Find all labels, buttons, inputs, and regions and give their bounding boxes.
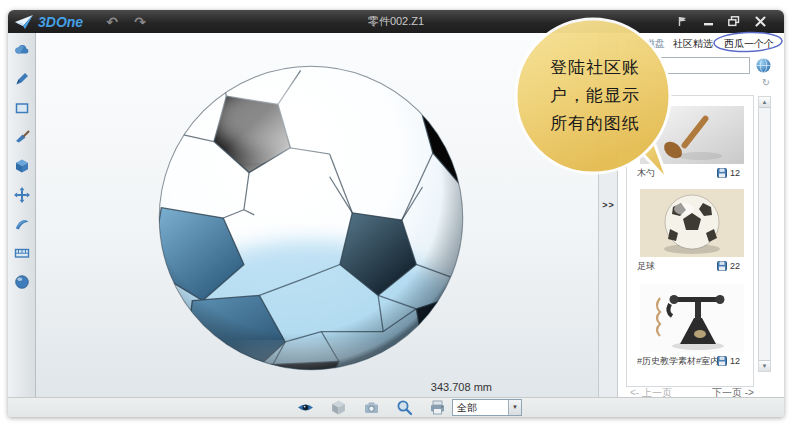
app-logo-text: 3DOne (38, 14, 83, 30)
callout-line: 户，能显示 (532, 82, 658, 110)
list-item-thumbnail[interactable] (640, 284, 744, 352)
feature-cube-icon[interactable] (14, 158, 30, 174)
view-cube-icon[interactable] (330, 399, 347, 416)
download-count: 22 (730, 261, 740, 271)
filter-dropdown[interactable]: 全部 ▼ (452, 399, 522, 416)
callout-line: 登陆社区账 (532, 54, 658, 82)
minimize-icon[interactable] (702, 15, 714, 27)
left-toolbar (8, 33, 36, 397)
list-item-caption: 足球 22 (637, 260, 749, 272)
snapshot-camera-icon[interactable] (363, 399, 380, 416)
antique-telephone-image (640, 284, 744, 352)
measure-ruler-icon[interactable] (14, 245, 30, 261)
save-disk-icon (717, 168, 727, 178)
move-transform-icon[interactable] (14, 187, 30, 203)
download-count: 12 (730, 168, 740, 178)
save-disk-icon (717, 261, 727, 271)
refresh-icon[interactable]: ↻ (760, 77, 772, 89)
print-icon[interactable] (429, 399, 446, 416)
material-sphere-icon[interactable] (14, 274, 30, 290)
restore-icon[interactable] (728, 15, 740, 27)
soccer-ball-photo (640, 189, 744, 257)
save-disk-icon (717, 356, 727, 366)
sidebar-scrollbar[interactable]: ▲ ▼ (758, 96, 771, 372)
sketch-pen-icon[interactable] (14, 71, 30, 87)
sketch-shape-icon[interactable] (14, 100, 30, 116)
edit-tool-icon[interactable] (14, 129, 30, 145)
close-icon[interactable] (754, 15, 766, 27)
sidebar-expander[interactable]: >> (600, 200, 617, 214)
app-logo: 3DOne (8, 14, 83, 30)
item-title: #历史教学素材#室内摆设 (637, 355, 717, 368)
scroll-down-icon[interactable]: ▼ (759, 360, 770, 371)
list-item-thumbnail[interactable] (640, 189, 744, 257)
eye-visibility-icon[interactable] (297, 399, 314, 416)
special-effect-icon[interactable] (14, 216, 30, 232)
cloud-icon[interactable] (14, 42, 30, 58)
scroll-up-icon[interactable]: ▲ (759, 97, 770, 108)
screen: 3DOne ↶ ↷ 零件002.Z1 (0, 0, 792, 424)
zoom-magnifier-icon[interactable] (396, 399, 413, 416)
filter-dropdown-value: 全部 (453, 401, 508, 415)
dimension-label: 343.708 mm (362, 381, 492, 393)
undo-icon[interactable]: ↶ (101, 14, 123, 30)
callout-text: 登陆社区账 户，能显示 所有的图纸 (532, 54, 658, 138)
download-count: 12 (730, 356, 740, 366)
soccer-ball-model (156, 58, 466, 378)
username-annotation-ellipse (712, 30, 784, 54)
list-item-caption: #历史教学素材#室内摆设 12 (637, 355, 749, 367)
globe-search-icon[interactable] (755, 57, 772, 74)
callout-line: 所有的图纸 (532, 110, 658, 138)
item-title: 足球 (637, 260, 717, 273)
dropdown-arrow-icon[interactable]: ▼ (508, 400, 521, 415)
redo-icon[interactable]: ↷ (129, 14, 151, 30)
paper-plane-icon (14, 14, 34, 30)
